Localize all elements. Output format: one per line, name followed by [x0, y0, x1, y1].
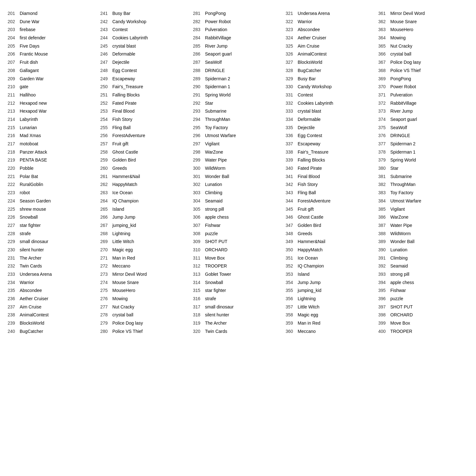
item-name: Five Days	[20, 43, 39, 50]
item-number: 331	[286, 92, 298, 99]
list-item: 321Undersea Arena	[284, 10, 377, 18]
list-item: 283Pulveration	[192, 26, 284, 34]
list-item: 361Mirror Devil Word	[377, 10, 470, 18]
item-name: apple chess	[205, 214, 229, 221]
list-item: 376DRINGLE	[377, 132, 470, 140]
item-name: RabbitVillage	[205, 35, 231, 42]
item-name: Dejectile	[298, 124, 315, 131]
list-item: 285River Jump	[192, 42, 284, 50]
list-item: 320Twin Cards	[192, 327, 284, 336]
list-item: 212Hexapod new	[6, 99, 99, 108]
list-item: 275MouseHero	[99, 287, 192, 295]
list-item: 333crystal blast	[284, 107, 377, 116]
item-name: Escapeway	[298, 141, 321, 148]
item-number: 297	[193, 141, 205, 148]
item-number: 346	[286, 214, 298, 221]
item-name: Fated Pirate	[112, 100, 136, 107]
item-name: DRINGLE	[390, 132, 410, 139]
item-number: 247	[100, 59, 112, 66]
item-number: 294	[193, 116, 205, 123]
list-item: 392Seamaid	[377, 262, 470, 270]
list-item: 396puzzle	[377, 295, 470, 303]
item-name: SHOT PUT	[390, 304, 413, 311]
list-item: 359Man in Red	[284, 319, 377, 327]
list-item: 334Deformable	[284, 116, 377, 124]
item-number: 214	[8, 116, 20, 123]
item-name: Final Blood	[298, 173, 320, 180]
item-number: 335	[286, 124, 298, 131]
item-name: Abscondee	[298, 26, 320, 33]
list-item: 227star fighter	[6, 221, 99, 230]
item-name: Vigilant	[390, 206, 405, 213]
list-item: 315star fighter	[192, 287, 284, 295]
item-name: Warrior	[20, 279, 34, 286]
item-number: 318	[193, 312, 205, 319]
list-item: 373River Jump	[377, 107, 470, 116]
list-item: 249Escapeway	[99, 75, 192, 83]
list-item: 306apple chess	[192, 213, 284, 221]
list-item: 351Ice Ocean	[284, 254, 377, 262]
item-name: Lightning	[112, 230, 130, 237]
item-number: 224	[8, 198, 20, 205]
item-name: Hexapod new	[20, 100, 47, 107]
item-number: 286	[193, 51, 205, 58]
list-item: 310ORCHARD	[192, 246, 284, 254]
item-name: strafe	[205, 295, 216, 302]
item-name: Island	[298, 271, 309, 278]
item-name: River Jump	[205, 43, 228, 50]
list-item: 366crystal ball	[377, 50, 470, 58]
item-name: Final Blood	[112, 108, 135, 115]
item-number: 306	[193, 214, 205, 221]
item-number: 240	[8, 328, 20, 335]
list-item: 354Jump Jump	[284, 279, 377, 287]
item-name: IQ Champion	[298, 263, 324, 270]
list-item: 256ForestAdventure	[99, 132, 192, 140]
item-name: Man in Red	[112, 255, 135, 262]
list-item: 232Twin Cards	[6, 262, 99, 270]
item-number: 210	[8, 83, 20, 90]
item-name: Seaport guarl	[205, 51, 232, 58]
item-name: Undersea Arena	[298, 10, 330, 17]
list-item: 264IQ Champion	[99, 197, 192, 205]
item-number: 338	[286, 149, 298, 156]
item-name: PENTA BASE	[20, 157, 47, 164]
item-name: motoboat	[20, 141, 38, 148]
list-item: 365Nut Cracky	[377, 42, 470, 50]
item-name: WarZone	[390, 214, 408, 221]
item-number: 313	[193, 271, 205, 278]
item-name: Submarine	[205, 108, 227, 115]
list-item: 239BlocksWorld	[6, 319, 99, 327]
item-name: Pulveration	[205, 26, 227, 33]
list-item: 329Busy Bar	[284, 75, 377, 83]
item-number: 355	[286, 287, 298, 294]
item-name: Magic egg	[298, 312, 318, 319]
item-number: 220	[8, 165, 20, 172]
item-name: Fling Ball	[298, 189, 316, 196]
item-name: Lunation	[390, 247, 407, 254]
list-item: 262HappyMatch	[99, 181, 192, 189]
item-name: Candy Workshop	[298, 83, 332, 90]
item-name: River Jump	[390, 108, 413, 115]
item-name: Falling Blocks	[112, 92, 140, 99]
item-name: Water Pipe	[205, 157, 227, 164]
list-item: 280Police VS Thief	[99, 327, 192, 336]
item-name: Spring World	[390, 157, 416, 164]
item-number: 317	[193, 304, 205, 311]
item-number: 232	[8, 263, 20, 270]
list-item: 348Greeds	[284, 230, 377, 238]
item-name: Ice Ocean	[112, 189, 133, 196]
list-item: 240BugCatcher	[6, 327, 99, 336]
list-item: 209Garden War	[6, 75, 99, 83]
item-number: 276	[100, 295, 112, 302]
item-name: Mad Xmas	[20, 132, 41, 139]
item-name: Magic egg	[112, 247, 133, 254]
item-name: Contest	[112, 26, 128, 33]
item-number: 351	[286, 255, 298, 262]
item-name: star fighter	[20, 222, 41, 229]
list-item: 229small dinosaur	[6, 238, 99, 246]
item-name: Toy Factory	[205, 124, 228, 131]
item-number: 242	[100, 18, 112, 25]
list-item: 250Fair's_Treasure	[99, 83, 192, 91]
list-item: 374Seaport guarl	[377, 116, 470, 124]
item-name: Snowball	[205, 279, 223, 286]
